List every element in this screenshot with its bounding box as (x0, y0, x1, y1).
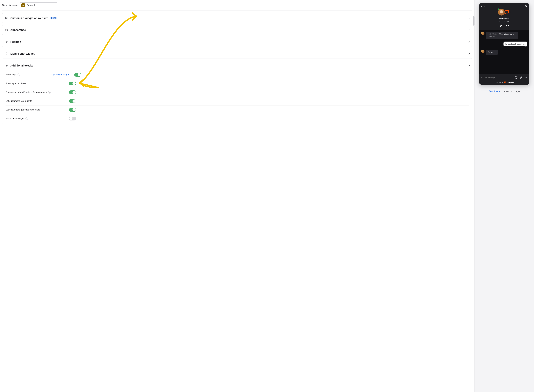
panel-title-mobile: Mobile chat widget (10, 52, 35, 55)
panel-title-customize: Customize widget on website (10, 17, 48, 20)
panel-title-tweaks: Additional tweaks (10, 64, 33, 67)
group-name: General (26, 4, 35, 7)
panel-head-tweaks[interactable]: Additional tweaks (2, 61, 472, 70)
info-icon[interactable]: i (25, 117, 28, 120)
chevron-down-icon (54, 5, 56, 6)
svg-point-11 (6, 65, 6, 65)
tweak-label: White label widget (5, 117, 24, 120)
tweak-row-rate: Let customers rate agents (5, 97, 469, 106)
website-icon (5, 16, 8, 20)
agent-title: Support Hero (499, 20, 510, 22)
panel-appearance[interactable]: Appearance (2, 25, 472, 35)
agent-avatar-small (481, 50, 484, 53)
panel-position[interactable]: Position (2, 37, 472, 47)
attachment-icon[interactable] (520, 76, 523, 79)
panel-title-position: Position (10, 40, 21, 43)
agent-avatar (498, 9, 505, 15)
chat-input[interactable] (481, 76, 513, 79)
thumbs-up-icon[interactable] (500, 24, 503, 28)
info-icon[interactable]: i (18, 74, 20, 76)
powered-label: Powered by (495, 81, 503, 83)
minimize-icon[interactable] (521, 7, 523, 7)
tweak-label: Let customers get chat transcripts (5, 108, 40, 111)
panel-customize[interactable]: Customize widget on website NEW! (2, 13, 472, 23)
agent-name: Wojciech (499, 17, 509, 20)
svg-point-4 (7, 29, 7, 29)
chevron-right-icon (468, 29, 470, 31)
agent-message: Hello Visitor. What brings you to LiveCh… (486, 32, 518, 39)
chevron-down-icon (468, 65, 470, 66)
svg-point-16 (516, 77, 517, 77)
send-icon[interactable] (525, 76, 527, 79)
svg-point-5 (7, 30, 7, 30)
sliders-icon (5, 64, 8, 67)
panel-mobile[interactable]: Mobile chat widget (2, 49, 472, 59)
panel-title-appearance: Appearance (10, 28, 26, 32)
toggle-sound[interactable] (69, 90, 76, 94)
agent-message: Go ahead (486, 50, 498, 55)
toggle-transcript[interactable] (69, 108, 76, 112)
info-icon[interactable]: i (48, 91, 51, 93)
livechat-icon (504, 81, 506, 83)
svg-point-3 (6, 29, 6, 30)
tweak-label: Enable sound notifications for customers (5, 91, 47, 94)
tweak-row-transcript: Let customers get chat transcripts (5, 106, 469, 114)
group-badge: G (21, 3, 25, 7)
move-icon (5, 40, 8, 43)
mobile-icon (5, 52, 8, 55)
palette-icon (5, 28, 8, 32)
scrollbar[interactable] (473, 16, 474, 26)
close-icon[interactable]: ✕ (525, 5, 527, 8)
tweak-row-show-logo: Show logo i Upload your logo (5, 70, 469, 79)
svg-rect-0 (5, 17, 8, 19)
chevron-right-icon (468, 17, 470, 19)
svg-point-7 (7, 54, 7, 54)
tweak-row-agent-photo: Show agent’s photo (5, 79, 469, 88)
tweak-row-sound: Enable sound notifications for customers… (5, 88, 469, 97)
cta-line: Test it out on the chat page (489, 90, 520, 93)
toggle-agent-photo[interactable] (69, 82, 76, 85)
svg-point-1 (6, 18, 7, 19)
chat-widget-preview: ••• ✕ Wojciech Support Hero (479, 3, 529, 84)
svg-point-12 (7, 65, 7, 66)
cta-rest: on the chat page (500, 90, 520, 93)
chevron-right-icon (468, 41, 470, 43)
toggle-rate[interactable] (69, 99, 76, 103)
chevron-right-icon (468, 53, 470, 55)
thumbs-down-icon[interactable] (506, 24, 509, 28)
new-badge: NEW! (50, 17, 57, 19)
svg-point-2 (5, 29, 8, 31)
svg-point-14 (515, 76, 517, 79)
svg-point-13 (6, 66, 7, 66)
tweak-row-whitelabel: White label widget i (5, 114, 469, 123)
panel-tweaks: Additional tweaks Show logo i Upload you… (2, 61, 472, 124)
upload-logo-link[interactable]: Upload your logo (52, 73, 69, 76)
agent-avatar-small (481, 32, 484, 35)
svg-point-15 (516, 77, 516, 77)
tweak-label: Let customers rate agents (5, 100, 32, 102)
presence-indicator (498, 8, 499, 10)
test-it-out-link[interactable]: Test it out (489, 90, 500, 93)
emoji-icon[interactable] (515, 76, 518, 79)
tweak-label: Show logo (5, 73, 16, 76)
powered-brand: LiveChat (507, 81, 514, 83)
toggle-show-logo[interactable] (74, 73, 81, 77)
group-select[interactable]: G General (19, 2, 57, 8)
setup-label: Setup for group (2, 4, 18, 7)
tweak-label: Show agent’s photo (5, 82, 26, 85)
toggle-whitelabel[interactable] (69, 117, 76, 121)
powered-by[interactable]: Powered by LiveChat (479, 80, 529, 84)
menu-dots-icon[interactable]: ••• (481, 5, 485, 8)
